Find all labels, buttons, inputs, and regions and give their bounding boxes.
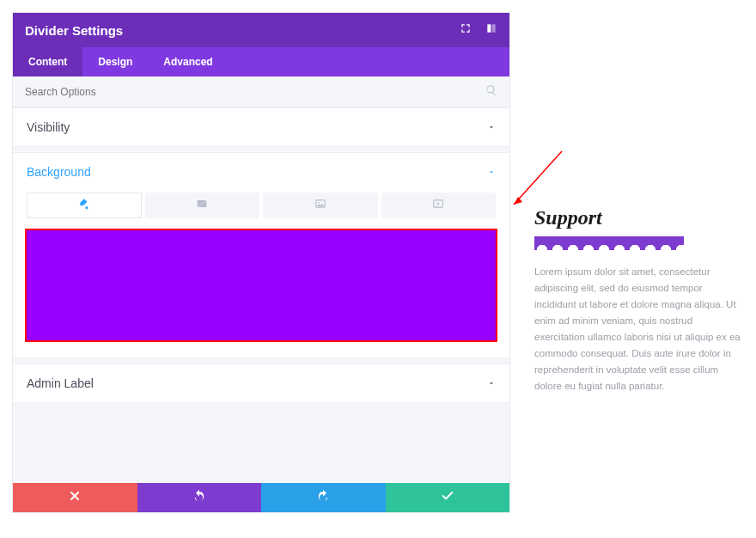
chevron-up-icon [487, 165, 496, 179]
search-input[interactable] [25, 86, 485, 98]
preview-column: Support Lorem ipsum dolor sit amet, cons… [534, 206, 744, 394]
panel-title: Divider Settings [25, 23, 123, 38]
bg-tab-color[interactable] [27, 193, 142, 218]
preview-heading: Support [534, 206, 744, 229]
search-icon[interactable] [485, 84, 497, 100]
section-visibility: Visibility [13, 107, 509, 147]
tab-content[interactable]: Content [13, 47, 82, 76]
annotation-arrow [507, 148, 565, 215]
section-title-visibility: Visibility [27, 120, 70, 134]
video-icon [431, 198, 445, 213]
tabs: Content Design Advanced [13, 47, 509, 76]
cancel-button[interactable] [13, 483, 137, 512]
chevron-down-icon [487, 376, 496, 390]
paint-icon [77, 198, 91, 213]
close-icon [68, 489, 82, 506]
preview-body: Lorem ipsum dolor sit amet, consectetur … [534, 264, 744, 394]
bg-tab-image[interactable] [263, 193, 378, 218]
section-title-background: Background [27, 165, 91, 179]
footer-actions [13, 483, 509, 512]
svg-line-6 [514, 151, 562, 205]
redo-icon [316, 489, 330, 506]
svg-point-4 [318, 202, 320, 204]
gradient-icon [195, 198, 209, 213]
svg-rect-1 [492, 24, 496, 32]
redo-button[interactable] [261, 483, 386, 512]
background-type-tabs [13, 191, 509, 227]
snap-icon[interactable] [485, 22, 497, 38]
section-admin-label: Admin Label [13, 364, 509, 403]
section-head-background[interactable]: Background [13, 153, 509, 191]
section-head-visibility[interactable]: Visibility [13, 108, 509, 146]
tab-design[interactable]: Design [82, 47, 148, 76]
titlebar-actions [460, 22, 497, 38]
check-icon [441, 489, 454, 506]
search-bar [13, 76, 509, 107]
tab-advanced[interactable]: Advanced [148, 47, 228, 76]
panel-spacer [13, 403, 509, 483]
save-button[interactable] [386, 483, 510, 512]
section-background: Background [13, 152, 509, 358]
image-icon [314, 198, 327, 213]
section-title-admin-label: Admin Label [27, 376, 94, 390]
undo-button[interactable] [137, 483, 262, 512]
background-color-swatch[interactable] [27, 230, 496, 340]
scalloped-divider [534, 236, 684, 250]
svg-rect-0 [487, 24, 491, 32]
undo-icon [192, 489, 206, 506]
chevron-down-icon [487, 120, 496, 134]
settings-panel: Divider Settings Content Design Advanced… [12, 12, 510, 513]
bg-tab-video[interactable] [381, 193, 497, 218]
expand-icon[interactable] [460, 22, 472, 38]
background-color-area [13, 227, 509, 358]
section-head-admin-label[interactable]: Admin Label [13, 364, 509, 402]
bg-tab-gradient[interactable] [145, 193, 260, 218]
titlebar: Divider Settings [13, 13, 509, 47]
